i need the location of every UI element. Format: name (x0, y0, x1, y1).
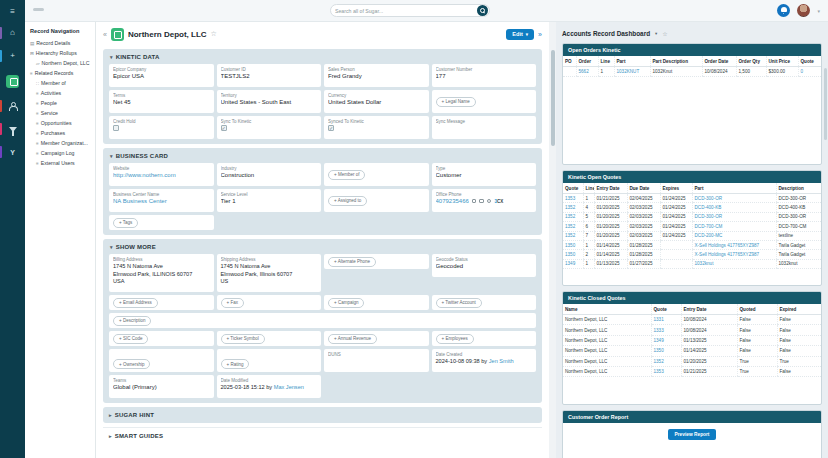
column-header[interactable]: Part (614, 56, 650, 67)
column-header[interactable]: Part (692, 183, 776, 194)
cell-link[interactable]: 1032KNUT (617, 69, 640, 74)
field-teams[interactable]: TeamsGlobal (Primary) (109, 375, 214, 398)
nav-item-campaign-log[interactable]: ≡Campaign Log (28, 148, 92, 158)
nav-item-hierarchy-rollups[interactable]: ⊟Hierarchy Rollups (28, 48, 92, 58)
add-employees-pill[interactable]: + Employees (436, 334, 474, 344)
nav-item-related-records[interactable]: ≡Related Records (28, 68, 92, 78)
field-billing-address[interactable]: Billing Address 1745 N Natoma Ave Elmwoo… (109, 254, 214, 292)
main-scrollbar-thumb[interactable] (551, 50, 555, 146)
field-type[interactable]: TypeCustomer (432, 163, 537, 186)
cell-link[interactable]: 1349 (565, 261, 575, 266)
cell-link[interactable]: DCD-300-OR (695, 196, 723, 201)
website-link[interactable]: http://www.nothern.com (113, 172, 210, 178)
cell-link[interactable]: 1352 (565, 224, 575, 229)
cell-link[interactable]: 1350 (654, 348, 664, 353)
add-ownership-pill[interactable]: + Ownership (113, 359, 150, 369)
column-header[interactable]: Line (598, 56, 614, 67)
cell-link[interactable]: 1331 (654, 317, 664, 322)
dashboard-favorite-icon[interactable]: ☆ (662, 30, 667, 37)
dashlet-title[interactable]: Customer Order Report (563, 411, 821, 423)
nav-item-record-details[interactable]: ▤Record Details (28, 38, 92, 48)
field-business-center[interactable]: Business Center NameNA Business Center (109, 189, 214, 212)
column-header[interactable]: Order Date (702, 56, 736, 67)
threecx-label[interactable]: 3CX (494, 199, 503, 204)
cell-link[interactable]: 1333 (654, 328, 664, 333)
edit-button[interactable]: Edit▾ (506, 29, 534, 40)
section-header[interactable]: ▾KINETIC DATA (110, 54, 536, 60)
nav-item-activities[interactable]: ≡Activities (28, 88, 92, 98)
add-assigned-to-pill[interactable]: + Assigned to (328, 196, 367, 206)
dashboard-caret-icon[interactable]: ▾ (655, 31, 657, 36)
add-tags-pill[interactable]: + Tags (113, 218, 138, 228)
notifications-icon[interactable] (777, 4, 790, 17)
column-header[interactable]: Quote (798, 56, 821, 67)
column-header[interactable]: Part Description (650, 56, 702, 67)
modified-by-link[interactable]: Max Jensen (274, 384, 304, 390)
add-member-of-pill[interactable]: + Member of (328, 170, 365, 180)
contacts-icon[interactable] (0, 97, 25, 115)
column-header[interactable]: PO (563, 56, 576, 67)
nav-item-external-users[interactable]: ≡External Users (28, 158, 92, 168)
add-description-pill[interactable]: + Description (113, 316, 151, 326)
column-header[interactable]: Name (563, 304, 651, 315)
cell-link[interactable]: 5662 (579, 69, 589, 74)
cell-link[interactable]: DCD-700-CM (695, 224, 723, 229)
cell-link[interactable]: 1353 (654, 369, 664, 374)
field-territory[interactable]: TerritoryUnited States - South East (217, 90, 322, 113)
field-website[interactable]: Websitehttp://www.nothern.com (109, 163, 214, 186)
column-header[interactable]: Quoted (737, 304, 777, 315)
cell-link[interactable]: 1032knut (695, 261, 714, 266)
add-alternate-phone-pill[interactable]: + Alternate Phone (328, 257, 376, 267)
cell-link[interactable]: 1352 (654, 359, 664, 364)
nav-item-northern-depot[interactable]: ▱Northern Depot, LLC (28, 58, 92, 68)
synced-to-kinetic-checkbox[interactable] (328, 125, 334, 131)
preview-report-button[interactable]: Preview Report (668, 429, 717, 440)
created-by-link[interactable]: Jen Smith (489, 358, 514, 364)
column-header[interactable]: Order (576, 56, 598, 67)
business-center-link[interactable]: NA Business Center (113, 198, 210, 204)
cell-link[interactable]: DCD-400-KB (695, 205, 722, 210)
field-geocode-status[interactable]: Geocode StatusGeocoded (432, 254, 537, 277)
cell-link[interactable]: 1352 (565, 214, 575, 219)
field-customer-number[interactable]: Customer Number177 (432, 64, 537, 87)
field-industry[interactable]: IndustryConstruction (217, 163, 322, 186)
nav-item-opportunities[interactable]: ≡Opportunities (28, 118, 92, 128)
field-shipping-address[interactable]: Shipping Address 1745 N Natoma Ave Elmwo… (217, 254, 322, 292)
home-icon[interactable]: ⌂ (0, 24, 25, 42)
column-header[interactable]: Due Date (627, 183, 660, 194)
add-rating-pill[interactable]: + Rating (221, 359, 250, 369)
field-duns[interactable]: DUNS (324, 349, 429, 372)
profile-caret-icon[interactable]: ▾ (817, 8, 820, 14)
field-service-level[interactable]: Service LevelTier 1 (217, 189, 322, 212)
nav-item-member-organizations[interactable]: ≡Member Organizat... (28, 138, 92, 148)
add-sic-pill[interactable]: + SIC Code (113, 334, 148, 344)
add-revenue-pill[interactable]: + Annual Revenue (328, 334, 377, 344)
nav-item-purchases[interactable]: ≡Purchases (28, 128, 92, 138)
section-header[interactable]: ▾BUSINESS CARD (110, 153, 536, 159)
collapse-left-icon[interactable]: « (103, 31, 107, 38)
nav-item-people[interactable]: ≡People (28, 98, 92, 108)
teams-icon[interactable] (479, 199, 484, 204)
cell-link[interactable]: X-Sell Holdings 417765XYZ987 (695, 243, 760, 248)
create-icon[interactable]: + (0, 47, 25, 65)
field-terms[interactable]: TermsNet 45 (109, 90, 214, 113)
field-sync-to-kinetic[interactable]: Sync To Kinetic (217, 116, 322, 139)
dashboard-scrollbar-thumb[interactable] (824, 68, 827, 140)
expand-right-icon[interactable]: » (538, 31, 542, 38)
column-header[interactable]: Entry Date (681, 304, 737, 315)
nav-item-service[interactable]: ≡Service (28, 108, 92, 118)
whatsapp-icon[interactable] (487, 199, 492, 204)
cell-link[interactable]: 0 (801, 69, 804, 74)
section-header[interactable]: ▸SMART GUIDES (109, 433, 536, 439)
add-campaign-pill[interactable]: + Campaign (328, 298, 364, 308)
cell-link[interactable]: X-Sell Holdings 417765XYZ987 (695, 252, 760, 257)
add-ticker-pill[interactable]: + Ticker Symbol (221, 334, 265, 344)
add-fax-pill[interactable]: + Fax (221, 298, 244, 308)
add-legal-name-pill[interactable]: + Legal Name (436, 97, 476, 107)
add-email-pill[interactable]: + Email Address (113, 298, 158, 308)
column-header[interactable]: Quote (563, 183, 583, 194)
search-icon[interactable] (477, 5, 488, 16)
nav-item-member-of[interactable]: ∷Member of (28, 78, 92, 88)
dashlet-title[interactable]: Kinetic Closed Quotes (563, 292, 821, 304)
dashlet-title[interactable]: Kinetic Open Quotes (563, 171, 821, 183)
